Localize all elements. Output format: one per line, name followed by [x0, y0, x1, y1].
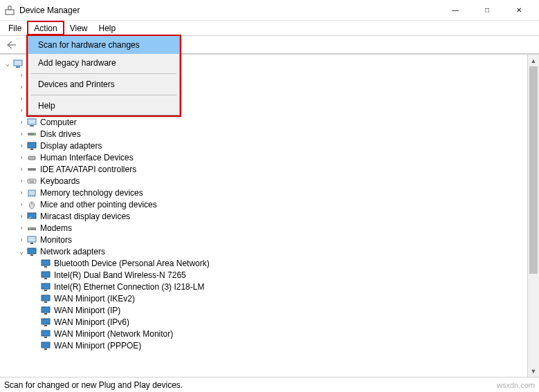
tree-item-memtech[interactable]: › Memory technology devices: [3, 187, 539, 198]
maximize-button[interactable]: □: [471, 0, 503, 21]
menu-item-scan-hardware[interactable]: Scan for hardware changes: [28, 36, 179, 54]
svg-rect-21: [28, 213, 36, 218]
menu-item-help[interactable]: Help: [28, 97, 179, 115]
network-adapter-icon: [40, 305, 51, 316]
chevron-right-icon[interactable]: ›: [17, 189, 26, 196]
svg-rect-41: [44, 337, 47, 338]
titlebar: Device Manager ― □ ✕: [0, 0, 539, 21]
network-adapter-icon: [40, 328, 51, 339]
chevron-right-icon[interactable]: ›: [17, 71, 26, 79]
chevron-right-icon[interactable]: ›: [17, 106, 26, 114]
chevron-down-icon[interactable]: ⌄: [3, 59, 12, 67]
svg-rect-9: [28, 119, 36, 124]
tree-item-net-wan-ipv6[interactable]: · WAN Miniport (IPv6): [3, 316, 539, 328]
svg-rect-40: [42, 330, 50, 336]
menu-item-devices-printers[interactable]: Devices and Printers: [28, 75, 179, 93]
svg-rect-28: [42, 260, 50, 265]
network-adapter-icon: [40, 317, 51, 328]
chevron-right-icon[interactable]: ›: [17, 236, 26, 243]
minimize-button[interactable]: ―: [439, 0, 471, 21]
tree-item-label: Network adapters: [40, 247, 105, 256]
tree-item-net-wan-ip[interactable]: · WAN Miniport (IP): [3, 304, 539, 316]
chevron-right-icon[interactable]: ›: [17, 177, 26, 185]
svg-rect-13: [28, 142, 36, 148]
svg-rect-15: [28, 156, 35, 160]
tree-item-net-ethernet[interactable]: · Intel(R) Ethernet Connection (3) I218-…: [3, 281, 539, 292]
tree-item-net-wan-pppoe[interactable]: · WAN Miniport (PPPOE): [3, 339, 539, 351]
menu-action[interactable]: Action: [27, 21, 64, 35]
keyboard-icon: [26, 176, 37, 187]
tree-item-label: WAN Miniport (IKEv2): [54, 294, 135, 304]
back-button[interactable]: [3, 37, 19, 53]
tree-item-net-wifi[interactable]: · Intel(R) Dual Band Wireless-N 7265: [3, 269, 539, 281]
tree-item-monitors[interactable]: › Monitors: [3, 234, 539, 245]
chevron-right-icon[interactable]: ›: [17, 200, 26, 208]
scroll-up-icon[interactable]: ▲: [528, 55, 539, 66]
chevron-right-icon[interactable]: ›: [17, 153, 26, 161]
network-adapter-icon: [40, 340, 51, 351]
chevron-right-icon[interactable]: ›: [17, 130, 26, 138]
chevron-right-icon[interactable]: ›: [17, 165, 26, 173]
chevron-right-icon[interactable]: ›: [17, 95, 26, 102]
tree-item-label: Monitors: [40, 235, 72, 245]
statusbar: Scan for changed or new Plug and Play de…: [0, 377, 539, 392]
svg-point-12: [34, 133, 35, 135]
close-button[interactable]: ✕: [503, 0, 535, 21]
menu-item-add-legacy[interactable]: Add legacy hardware: [28, 54, 179, 72]
tree-item-miracast[interactable]: › Miracast display devices: [3, 210, 539, 222]
tree-item-label: Miracast display devices: [40, 212, 130, 221]
hid-icon: [26, 152, 37, 163]
tree-item-label: WAN Miniport (PPPOE): [54, 341, 141, 351]
svg-rect-24: [28, 236, 36, 242]
svg-rect-33: [44, 290, 47, 291]
tree-item-mice[interactable]: › Mice and other pointing devices: [3, 198, 539, 210]
tree-item-label: Keyboards: [40, 176, 80, 186]
menu-view[interactable]: View: [64, 21, 93, 35]
tree-item-net-wan-netmon[interactable]: · WAN Miniport (Network Monitor): [3, 328, 539, 339]
tree-item-disk[interactable]: › Disk drives: [3, 128, 539, 140]
svg-rect-10: [30, 125, 34, 127]
svg-rect-34: [42, 295, 50, 301]
tree-item-modems[interactable]: › Modems: [3, 222, 539, 234]
menu-file[interactable]: File: [3, 21, 27, 35]
scrollbar-thumb[interactable]: [529, 66, 538, 274]
tree-item-keyboards[interactable]: › Keyboards: [3, 175, 539, 187]
disk-icon: [26, 129, 37, 140]
svg-rect-14: [30, 149, 33, 150]
tree-item-label: Computer: [40, 118, 77, 127]
tree-item-hid[interactable]: › Human Interface Devices: [3, 151, 539, 163]
tree-item-label: Modems: [40, 223, 72, 233]
svg-point-23: [29, 228, 30, 230]
statusbar-text: Scan for changed or new Plug and Play de…: [4, 380, 183, 390]
network-adapter-icon: [40, 270, 51, 281]
tree-item-label: WAN Miniport (IP): [54, 306, 120, 315]
chevron-down-icon[interactable]: ⌄: [17, 248, 26, 255]
chevron-right-icon[interactable]: ›: [17, 118, 26, 126]
tree-item-network[interactable]: ⌄ Network adapters: [3, 245, 539, 257]
tree-item-display[interactable]: › Display adapters: [3, 140, 539, 151]
tree-item-net-wan-ikev2[interactable]: · WAN Miniport (IKEv2): [3, 292, 539, 304]
tree-item-label: Intel(R) Dual Band Wireless-N 7265: [54, 270, 186, 280]
chevron-right-icon[interactable]: ›: [17, 212, 26, 220]
chevron-right-icon[interactable]: ›: [17, 83, 26, 91]
tree-item-label: WAN Miniport (Network Monitor): [54, 329, 173, 339]
computer-icon: [12, 58, 24, 69]
svg-rect-42: [42, 342, 50, 348]
scroll-down-icon[interactable]: ▼: [528, 365, 539, 377]
chevron-right-icon[interactable]: ›: [17, 142, 26, 149]
network-adapter-icon: [40, 293, 51, 304]
svg-rect-25: [30, 243, 33, 244]
tree-item-ide[interactable]: › IDE ATA/ATAPI controllers: [3, 163, 539, 175]
tree-item-net-bluetooth[interactable]: · Bluetooth Device (Personal Area Networ…: [3, 257, 539, 269]
menu-help[interactable]: Help: [93, 21, 122, 35]
menu-separator: [31, 73, 176, 74]
svg-rect-17: [28, 179, 36, 183]
svg-rect-36: [42, 307, 50, 312]
svg-rect-27: [30, 254, 33, 256]
ide-icon: [26, 164, 37, 175]
chevron-right-icon[interactable]: ›: [17, 224, 26, 232]
memory-icon: [26, 187, 37, 198]
tree-item-computer[interactable]: › Computer: [3, 116, 539, 128]
watermark: wsxdn.com: [497, 381, 535, 389]
vertical-scrollbar[interactable]: ▲ ▼: [527, 55, 539, 377]
